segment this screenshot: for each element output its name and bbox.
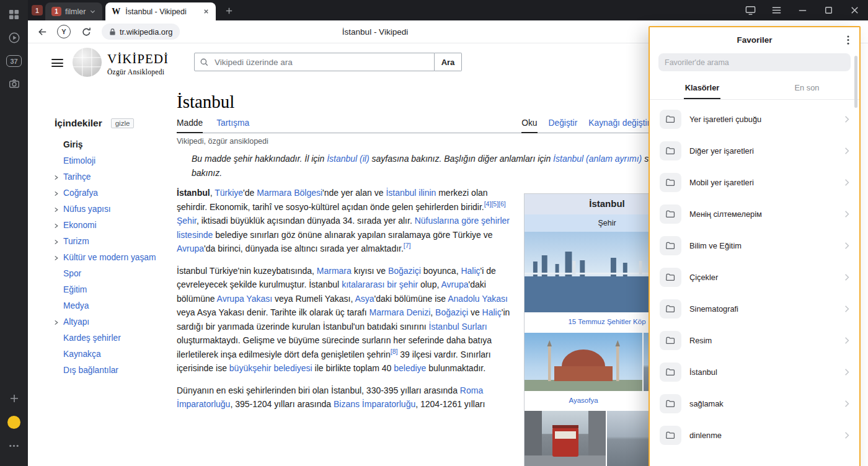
- toc-item[interactable]: Turizm: [55, 233, 177, 249]
- wiki-link[interactable]: Haliç: [461, 266, 480, 276]
- wiki-link[interactable]: İstanbul (il): [327, 154, 369, 164]
- wiki-link[interactable]: büyükşehir belediyesi: [229, 363, 312, 373]
- favorites-tab-klasörler[interactable]: Klasörler: [650, 77, 755, 99]
- wiki-link[interactable]: Türkiye: [215, 188, 243, 198]
- toc-item[interactable]: Tarihçe: [55, 169, 177, 185]
- rail-more-icon[interactable]: [5, 436, 24, 455]
- wikipedia-logo[interactable]: [73, 48, 102, 77]
- wiki-menu-icon[interactable]: [51, 59, 63, 67]
- toc-item[interactable]: Eğitim: [55, 281, 177, 297]
- scrollbar-thumb[interactable]: [854, 56, 857, 108]
- wiki-link[interactable]: Boğaziçi: [388, 266, 421, 276]
- wiki-link[interactable]: Avrupa Yakası: [217, 294, 273, 304]
- toc-item[interactable]: Altyapı: [55, 314, 177, 330]
- toc-item[interactable]: Kültür ve modern yaşam: [55, 249, 177, 265]
- wiki-link[interactable]: Marmara Denizi: [370, 307, 431, 317]
- favorites-folder-row[interactable]: dinlenme: [650, 420, 859, 451]
- screenshot-camera-icon[interactable]: [5, 74, 24, 93]
- reference-link[interactable]: [6]: [498, 200, 506, 208]
- wiki-link[interactable]: İstanbul (anlam ayrımı): [553, 154, 642, 164]
- wiki-link[interactable]: Asya: [355, 294, 374, 304]
- infobox-image-ayasofya[interactable]: [525, 333, 642, 391]
- favorites-folder-row[interactable]: Sinematografi: [650, 293, 859, 325]
- tab-group-filmler[interactable]: 1 filmler: [45, 2, 102, 20]
- toc-expand-icon[interactable]: [53, 223, 59, 229]
- browser-menu-icon[interactable]: [768, 2, 784, 19]
- wiki-link[interactable]: Avrupa: [441, 279, 468, 289]
- toc-hide-button[interactable]: gizle: [111, 118, 135, 128]
- tab-counter-badge[interactable]: 37: [6, 55, 22, 67]
- toc-expand-icon[interactable]: [53, 191, 59, 196]
- wikipedia-wordmark[interactable]: VİKİPEDİ Özgür Ansiklopedi: [107, 51, 169, 76]
- rail-add-icon[interactable]: [5, 389, 24, 408]
- reference-link[interactable]: [8]: [391, 348, 398, 355]
- tab-close-icon[interactable]: [203, 8, 210, 15]
- back-button[interactable]: [33, 22, 51, 41]
- favorites-folder-row[interactable]: Yer işaretleri çubuğu: [650, 103, 859, 135]
- wiki-link[interactable]: Avrupa: [177, 244, 204, 253]
- toc-item[interactable]: Spor: [55, 265, 177, 281]
- wiki-link[interactable]: Marmara: [317, 266, 352, 276]
- wiki-link[interactable]: İstanbul Surları: [429, 322, 487, 332]
- wiki-link[interactable]: kıtalararası bir şehir: [342, 279, 418, 289]
- reference-link[interactable]: [4]: [484, 200, 492, 208]
- wiki-link[interactable]: Marmara Bölgesi: [257, 188, 322, 198]
- tableau-grid-icon[interactable]: [5, 5, 24, 24]
- toc-expand-icon[interactable]: [53, 207, 59, 213]
- wiki-link[interactable]: Boğaziçi: [435, 307, 468, 317]
- collapsed-tab-group-chip[interactable]: 1: [32, 5, 43, 15]
- favorites-folder-row[interactable]: Resim: [650, 325, 859, 356]
- toc-item[interactable]: Coğrafya: [55, 185, 177, 201]
- url-bar[interactable]: tr.wikipedia.org: [102, 24, 180, 40]
- tab-istanbul-vikipedi[interactable]: W İstanbul - Vikipedi: [105, 2, 216, 20]
- favorites-folder-row[interactable]: Diğer yer işaretleri: [650, 135, 859, 167]
- article-tab-oku[interactable]: Oku: [521, 118, 537, 133]
- toc-item[interactable]: Etimoloji: [55, 152, 177, 169]
- wiki-link[interactable]: belediye: [394, 363, 426, 373]
- toc-expand-icon[interactable]: [53, 320, 59, 325]
- article-tab-madde[interactable]: Madde: [177, 118, 203, 133]
- reference-link[interactable]: [7]: [404, 242, 411, 249]
- favorites-folder-row[interactable]: Mobil yer işaretleri: [650, 167, 859, 198]
- window-maximize-button[interactable]: [820, 2, 836, 19]
- wiki-link[interactable]: Şehir: [177, 216, 197, 226]
- toc-item[interactable]: Dış bağlantılar: [55, 362, 177, 378]
- wiki-link[interactable]: İstanbul ilinin: [386, 188, 436, 198]
- toc-item[interactable]: Nüfus yapısı: [55, 201, 177, 217]
- wiki-link[interactable]: Haliç: [482, 307, 502, 317]
- yandex-button[interactable]: Y: [57, 25, 71, 38]
- toc-item[interactable]: Kaynakça: [55, 346, 177, 362]
- favorites-folder-row[interactable]: sağlamak: [650, 388, 859, 420]
- infobox-image-tram[interactable]: [525, 411, 606, 466]
- toc-expand-icon[interactable]: [53, 175, 59, 180]
- favorites-tab-en-son[interactable]: En son: [755, 77, 859, 99]
- toc-item[interactable]: Ekonomi: [55, 217, 177, 233]
- wiki-search-input[interactable]: [194, 53, 435, 71]
- favorites-folder-row[interactable]: Менің сілтемелерім: [650, 198, 859, 230]
- alice-assistant-icon[interactable]: [5, 413, 24, 431]
- toc-item[interactable]: Kardeş şehirler: [55, 330, 177, 346]
- send-to-device-icon[interactable]: [742, 2, 758, 19]
- new-tab-button[interactable]: [221, 2, 237, 19]
- reference-link[interactable]: [5]: [491, 200, 498, 208]
- wiki-search-button[interactable]: Ara: [435, 53, 462, 71]
- favorites-search-input[interactable]: [658, 53, 851, 71]
- favorites-folder-row[interactable]: Çiçekler: [650, 262, 859, 293]
- kebab-menu-icon[interactable]: [847, 35, 849, 45]
- wiki-link[interactable]: Bizans İmparatorluğu: [334, 399, 415, 409]
- toc-expand-icon[interactable]: [53, 255, 59, 261]
- article-tab-kaynağı-değiştir[interactable]: Kaynağı değiştir: [588, 118, 650, 133]
- window-minimize-button[interactable]: [794, 2, 810, 19]
- infobox-caption-ayasofya[interactable]: Ayasofya: [525, 391, 642, 410]
- toc-item[interactable]: Giriş: [55, 136, 177, 152]
- window-close-button[interactable]: [846, 2, 862, 19]
- favorites-folder-row[interactable]: İstanbul: [650, 356, 859, 388]
- toc-expand-icon[interactable]: [53, 239, 59, 245]
- wiki-link[interactable]: Anadolu Yakası: [448, 294, 508, 304]
- toc-item[interactable]: Medya: [55, 297, 177, 314]
- refresh-button[interactable]: [77, 22, 95, 41]
- article-tab-tartışma[interactable]: Tartışma: [216, 118, 249, 133]
- video-play-icon[interactable]: [5, 29, 24, 47]
- favorites-folder-row[interactable]: Bilim ve Eğitim: [650, 230, 859, 262]
- article-tab-değiştir[interactable]: Değiştir: [549, 118, 578, 133]
